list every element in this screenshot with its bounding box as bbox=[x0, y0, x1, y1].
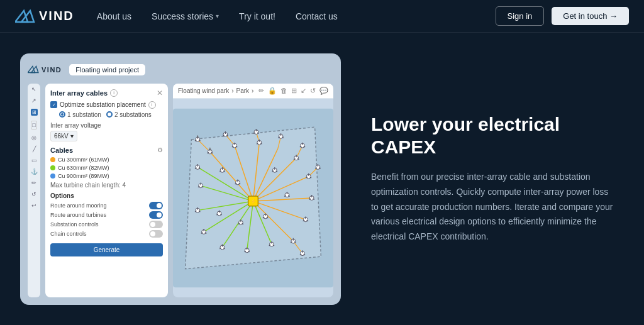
cables-title: Cables bbox=[50, 146, 73, 154]
radio-1-substation[interactable]: 1 substation bbox=[59, 111, 101, 118]
main-description: Benefit from our precise inter-array cab… bbox=[371, 170, 614, 245]
map-toolbar-icons: ✏ 🔒 🗑 ⊞ ↙ ↺ 💬 bbox=[258, 87, 328, 95]
optimize-option: Optimize substation placement i bbox=[50, 101, 163, 109]
app-logo-icon bbox=[28, 65, 39, 74]
app-logo: VIND bbox=[28, 65, 62, 74]
breadcrumb-sep: › bbox=[231, 87, 233, 94]
map-topbar: Floating wind park › Park › ✏ 🔒 🗑 ⊞ ↙ ↺ … bbox=[173, 84, 333, 99]
voltage-select[interactable]: 66kV ▾ bbox=[50, 131, 77, 141]
logo[interactable]: VIND bbox=[15, 9, 74, 23]
panel-header: Inter array cables i ✕ bbox=[50, 89, 163, 97]
cable-dot-0 bbox=[50, 157, 55, 162]
close-icon[interactable]: ✕ bbox=[157, 89, 163, 97]
tool-rect[interactable]: ▭ bbox=[31, 157, 37, 163]
wind-farm-svg: ⚡ bbox=[173, 99, 333, 297]
chain-length: Max turbine chain length: 4 bbox=[50, 182, 163, 189]
optimize-checkbox[interactable] bbox=[50, 101, 57, 108]
substation-label: ⚡ bbox=[250, 197, 257, 204]
option-label-1: Route around turbines bbox=[50, 212, 106, 218]
cable-label-1: Cu 630mm² (82MW) bbox=[58, 165, 109, 171]
map-canvas: ⚡ bbox=[173, 99, 333, 297]
get-in-touch-button[interactable]: Get in touch → bbox=[552, 7, 629, 25]
tool-pen[interactable]: ✏ bbox=[31, 180, 36, 186]
toggle-3[interactable] bbox=[149, 230, 163, 238]
logo-text: VIND bbox=[39, 9, 74, 23]
breadcrumb-park: Park bbox=[236, 87, 250, 94]
cables-header: Cables ⚙ bbox=[50, 146, 163, 154]
cable-label-0: Cu 300mm² (61MW) bbox=[58, 157, 109, 163]
nav-try-it-out[interactable]: Try it out! bbox=[239, 11, 275, 21]
tool-arrow[interactable]: ↖ bbox=[31, 86, 36, 92]
delete-icon[interactable]: 🗑 bbox=[280, 87, 287, 94]
breadcrumb-wind-park: Floating wind park bbox=[178, 87, 229, 94]
chevron-down-icon: ▾ bbox=[216, 13, 219, 19]
signin-button[interactable]: Sign in bbox=[496, 6, 545, 26]
map-panel: Floating wind park › Park › ✏ 🔒 🗑 ⊞ ↙ ↺ … bbox=[173, 84, 333, 297]
option-label-2: Substation controls bbox=[50, 221, 99, 228]
options-title: Options bbox=[50, 192, 163, 199]
tool-box[interactable]: □ bbox=[31, 121, 36, 129]
nav-about[interactable]: About us bbox=[97, 11, 131, 21]
tool-curve[interactable]: ↩ bbox=[31, 202, 36, 209]
cable-dot-1 bbox=[50, 165, 55, 170]
option-row-1: Route around turbines bbox=[50, 211, 163, 219]
cable-label-2: Cu 900mm² (89MW) bbox=[58, 173, 109, 179]
optimize-label: Optimize substation placement bbox=[60, 101, 146, 108]
text-section: Lower your electrical CAPEX Benefit from… bbox=[361, 101, 624, 257]
cable-row-0: Cu 300mm² (61MW) bbox=[50, 157, 163, 163]
main-content: VIND Floating wind project ↖ ↗ ⊞ □ ◎ ╱ ▭… bbox=[0, 33, 644, 325]
toggle-1[interactable] bbox=[149, 211, 163, 219]
nav-actions: Sign in Get in touch → bbox=[496, 6, 629, 26]
app-logo-text: VIND bbox=[42, 66, 62, 74]
app-panel: VIND Floating wind project ↖ ↗ ⊞ □ ◎ ╱ ▭… bbox=[20, 53, 341, 305]
cables-settings-icon[interactable]: ⚙ bbox=[157, 146, 163, 153]
left-panel: Inter array cables i ✕ Optimize substati… bbox=[45, 84, 168, 297]
grid-icon[interactable]: ⊞ bbox=[291, 87, 297, 95]
comment-icon[interactable]: 💬 bbox=[319, 87, 328, 95]
nav-success-stories[interactable]: Success stories ▾ bbox=[152, 11, 219, 21]
navbar: VIND About us Success stories ▾ Try it o… bbox=[0, 0, 644, 33]
info-icon[interactable]: i bbox=[110, 89, 118, 97]
option-row-2: Substation controls bbox=[50, 221, 163, 228]
nav-links: About us Success stories ▾ Try it out! C… bbox=[97, 11, 496, 21]
tool-undo[interactable]: ↺ bbox=[31, 191, 36, 197]
tool-line[interactable]: ╱ bbox=[33, 146, 36, 152]
app-body: ↖ ↗ ⊞ □ ◎ ╱ ▭ ⚓ ✏ ↺ ↩ Inter array cables… bbox=[28, 84, 333, 297]
nav-contact[interactable]: Contact us bbox=[296, 11, 338, 21]
generate-button[interactable]: Generate bbox=[50, 243, 163, 256]
radio-dot-1 bbox=[59, 111, 65, 118]
radio-dot-2 bbox=[106, 111, 113, 118]
side-toolbar: ↖ ↗ ⊞ □ ◎ ╱ ▭ ⚓ ✏ ↺ ↩ bbox=[28, 84, 40, 297]
toggle-2[interactable] bbox=[149, 221, 163, 228]
option-row-3: Chain controls bbox=[50, 230, 163, 238]
logo-icon bbox=[15, 9, 35, 23]
collapse-icon[interactable]: ↙ bbox=[301, 87, 306, 95]
tool-anchor[interactable]: ⚓ bbox=[31, 168, 38, 175]
cable-row-1: Cu 630mm² (82MW) bbox=[50, 165, 163, 171]
cable-dot-2 bbox=[50, 174, 55, 179]
cable-row-2: Cu 900mm² (89MW) bbox=[50, 173, 163, 179]
edit-icon[interactable]: ✏ bbox=[258, 87, 264, 95]
map-breadcrumb: Floating wind park › Park › bbox=[178, 87, 255, 94]
tool-pointer[interactable]: ↗ bbox=[31, 97, 36, 104]
optimize-info-icon[interactable]: i bbox=[148, 101, 156, 109]
toggle-0[interactable] bbox=[149, 202, 163, 209]
lock-icon[interactable]: 🔒 bbox=[268, 87, 277, 95]
main-headline: Lower your electrical CAPEX bbox=[371, 113, 614, 158]
app-topbar: VIND Floating wind project bbox=[28, 61, 333, 79]
radio-2-substations[interactable]: 2 substations bbox=[106, 111, 152, 118]
voltage-label: Inter array voltage bbox=[50, 122, 163, 129]
option-label-3: Chain controls bbox=[50, 231, 87, 237]
panel-title-row: Inter array cables i bbox=[50, 89, 118, 97]
tool-pin[interactable]: ◎ bbox=[31, 135, 36, 141]
app-tab[interactable]: Floating wind project bbox=[69, 64, 145, 75]
tool-grid[interactable]: ⊞ bbox=[31, 109, 38, 116]
substation-radio-group: 1 substation 2 substations bbox=[59, 111, 163, 118]
panel-title: Inter array cables bbox=[50, 89, 108, 97]
option-row-0: Route around mooring bbox=[50, 202, 163, 209]
option-label-0: Route around mooring bbox=[50, 202, 107, 209]
undo-icon[interactable]: ↺ bbox=[310, 87, 316, 95]
